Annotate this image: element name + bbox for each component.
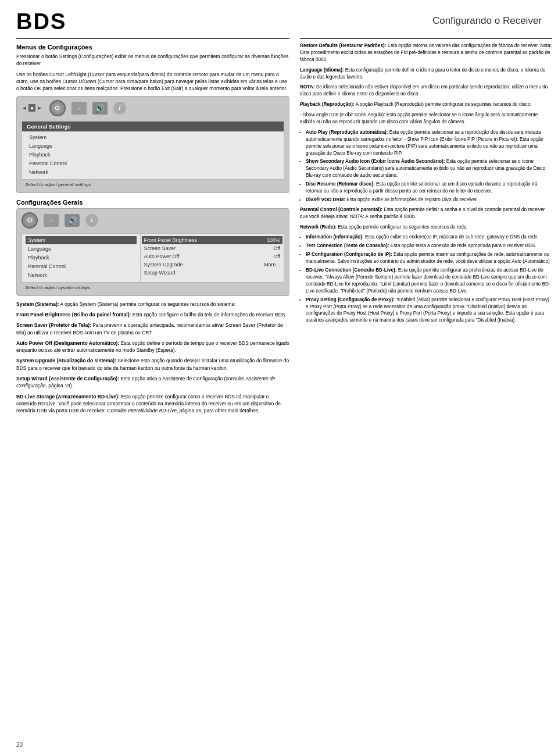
icon-slash2: ⟋: [44, 214, 59, 227]
nav-arrow-active[interactable]: ●: [28, 104, 35, 112]
nav-arrow-right[interactable]: ►: [37, 105, 42, 111]
bullet-autoplay: Auto Play (Reprodução automática): Esta …: [306, 129, 552, 157]
panel1-menu-playback[interactable]: Playback: [27, 151, 279, 159]
subsection-title: Configurações Gerais: [16, 199, 289, 206]
panel2-menu-network[interactable]: Network: [26, 271, 137, 279]
nav-arrow-left[interactable]: ◄: [22, 105, 27, 111]
bullet-test-connection: Test Connection (Teste de Conexão): Esta…: [306, 243, 552, 249]
right-angle-icon: - Show Angle Icon (Exibir Ícone Ângulo):…: [300, 112, 552, 126]
icon-info: i: [113, 102, 126, 115]
section1-heading: Menus de Configurações: [16, 44, 289, 51]
right-playback: Playback (Reprodução): A opção Playback …: [300, 101, 552, 108]
system-wizard: Setup Wizard (Assistente de Configuração…: [16, 375, 289, 390]
icon-gear: ⚙: [49, 100, 66, 116]
icon-speaker: 🔊: [92, 102, 108, 115]
icon-speaker2: 🔊: [65, 214, 80, 227]
right-playback-list: Auto Play (Reprodução automática): Esta …: [306, 129, 552, 204]
section1-body1: Pressionar o botão Settings (Configuraçõ…: [16, 53, 289, 67]
bullet-information: Information (Informação): Esta opção exi…: [306, 234, 552, 241]
panel2-footer: Select to adjust system settings: [22, 283, 284, 292]
right-parental: Parental Control (Controle parental): Es…: [300, 206, 552, 220]
panel1-menu-network[interactable]: Network: [27, 168, 279, 176]
bullet-ip-config: IP Configuration (Configuração de IP): E…: [306, 251, 552, 265]
panel1-menu-language[interactable]: Language: [27, 142, 279, 150]
icon-slash: ⟋: [71, 102, 87, 115]
system-intro: System (Sistema): A opção System (Sistem…: [16, 301, 289, 308]
panel1-footer: Select to adjust general settings: [22, 180, 284, 189]
system-bdlive: BD-Live Storage (Armazenamento BD-Live):…: [16, 393, 289, 415]
panel2-right-brightness[interactable]: Front Panel Brightness100%: [142, 236, 283, 244]
right-restore: Restore Defaults (Restaurar Padrões): Es…: [300, 42, 552, 63]
right-network: Network (Rede): Esta opção permite confi…: [300, 224, 552, 231]
panel2-menu-language[interactable]: Language: [26, 245, 137, 253]
ui-panel-system: ⚙ ⟋ 🔊 i System Language Playback Parenta…: [16, 208, 289, 296]
brand-logo: BDS: [16, 10, 66, 33]
right-nota: NOTA: Se idioma selecionado não estiver …: [300, 84, 552, 98]
icon-gear2: ⚙: [22, 212, 38, 229]
bullet-bdlive-connection: BD-Live Connection (Conexão BD-Live): Es…: [306, 267, 552, 295]
bullet-secondary-audio: Show Secondary Audio Icon (Exibir Ícone …: [306, 158, 552, 179]
icon-info2: i: [85, 214, 98, 227]
system-upgrade: System Upgrade (Atualização do sistema):…: [16, 357, 289, 372]
right-language: Language (Idioma): Esta configuração per…: [300, 67, 552, 81]
panel1-menu-parental[interactable]: Parental Control: [27, 159, 279, 167]
panel2-right-screensaver[interactable]: Screen SaverOff: [144, 244, 281, 252]
page-title: Configurando o Receiver: [432, 10, 542, 27]
section1-body2: Use os botões Cursor Left/Right (Cursor …: [16, 71, 289, 92]
panel1-menu-system[interactable]: System: [27, 133, 279, 141]
bullet-disc-resume: Disc Resume (Retomar disco): Esta opção …: [306, 181, 552, 195]
system-autopower: Auto Power Off (Desligamento Automático)…: [16, 340, 289, 354]
panel2-menu-playback[interactable]: Playback: [26, 254, 137, 262]
bullet-divx: DivX® VOD DRM: Esta opção exibe as infor…: [306, 197, 552, 204]
panel2-right-upgrade[interactable]: System UpgradeMore...: [144, 261, 281, 269]
ui-panel-general: ◄ ● ► ⚙ ⟋ 🔊 i General Settings System La…: [16, 96, 289, 193]
bullet-proxy: Proxy Setting (Configuração de Proxy): "…: [306, 297, 552, 324]
panel2-menu-parental[interactable]: Parental Control: [26, 262, 137, 270]
system-fpb: Front Panel Brightness (Brilho do painel…: [16, 311, 289, 318]
right-network-list: Information (Informação): Esta opção exi…: [306, 234, 552, 324]
panel2-right-autopower[interactable]: Auto Power OffOff: [144, 252, 281, 261]
system-screensaver: Screen Saver (Protetor de Tela): Para pr…: [16, 322, 289, 336]
panel2-menu-system[interactable]: System: [26, 236, 137, 244]
page-number: 20: [16, 741, 23, 748]
panel2-right-wizard[interactable]: Setup Wizard: [144, 269, 281, 277]
panel1-selected-item[interactable]: General Settings: [22, 122, 284, 131]
